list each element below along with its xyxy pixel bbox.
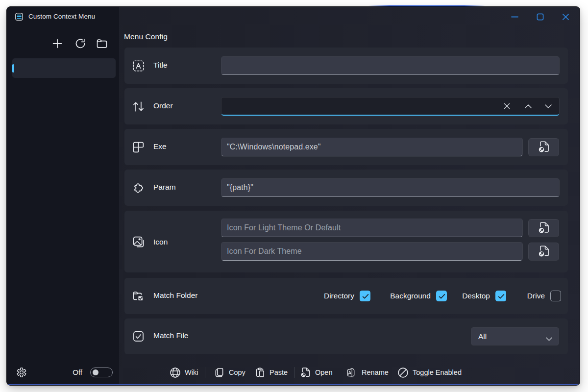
toggle-knob: [93, 369, 98, 375]
rename-button[interactable]: Rename: [347, 365, 389, 380]
param-input[interactable]: [221, 178, 560, 197]
row-label: Icon: [153, 238, 168, 246]
desktop: Custom Context Menu: [0, 0, 588, 392]
page-title: Menu Config: [124, 32, 168, 41]
copy-icon: [214, 368, 224, 378]
puzzle-icon: [133, 182, 144, 194]
open-file-icon: [300, 368, 311, 378]
action-toolbar: Wiki Copy Paste: [119, 361, 580, 384]
icon-dark-input[interactable]: [221, 242, 523, 261]
paste-button[interactable]: Paste: [255, 365, 288, 380]
app-window-icon: [133, 142, 144, 153]
clear-button[interactable]: [497, 98, 516, 114]
checkbox-label: Drive: [527, 292, 545, 300]
decrement-button[interactable]: [539, 98, 558, 114]
checkbox-label: Directory: [324, 292, 354, 300]
toolbar-button-label: Paste: [270, 368, 288, 376]
exe-row: Exe: [124, 129, 568, 165]
wiki-button[interactable]: Wiki: [170, 365, 198, 380]
refresh-icon: [75, 38, 86, 49]
app-window: Custom Context Menu: [6, 6, 580, 386]
copy-button[interactable]: Copy: [214, 365, 245, 380]
title-row: Title: [124, 48, 568, 84]
row-label: Param: [153, 183, 176, 192]
toolbar-button-label: Rename: [362, 368, 389, 376]
app-logo-icon: [15, 13, 23, 21]
directory-checkbox[interactable]: [360, 291, 370, 301]
chevron-down-icon: [545, 104, 552, 108]
open-folder-button[interactable]: [97, 38, 107, 49]
toggle-enabled-button[interactable]: Toggle Enabled: [398, 365, 462, 380]
settings-button[interactable]: [17, 368, 26, 377]
match-file-dropdown[interactable]: All: [471, 327, 559, 345]
chevron-down-icon: [546, 334, 552, 343]
open-file-icon: [538, 222, 550, 234]
enabled-toggle[interactable]: [90, 368, 113, 377]
directory-checkbox-group: Directory: [324, 291, 370, 301]
add-icon: [52, 38, 63, 49]
open-folder-icon: [97, 38, 107, 49]
maximize-icon: [537, 13, 544, 21]
add-button[interactable]: [52, 38, 63, 49]
sidebar: Custom Context Menu: [7, 7, 119, 385]
globe-icon: [170, 368, 180, 378]
rename-box-icon: [133, 60, 144, 72]
block-icon: [398, 368, 408, 378]
toolbar-divider: [294, 367, 295, 378]
window-title: Custom Context Menu: [28, 13, 95, 21]
icon-row: Icon: [124, 211, 568, 272]
open-button[interactable]: Open: [300, 365, 332, 380]
row-label: Title: [153, 61, 168, 70]
match-file-row: Match File All: [124, 318, 568, 354]
param-row: Param: [124, 170, 568, 206]
check-icon: [361, 292, 370, 301]
clear-icon: [504, 103, 510, 109]
enabled-toggle-label: Off: [65, 368, 82, 376]
dropdown-value: All: [478, 332, 487, 341]
paste-icon: [255, 368, 265, 378]
toolbar-button-label: Toggle Enabled: [413, 368, 462, 376]
row-label: Order: [153, 101, 173, 110]
rename-icon: [347, 368, 357, 378]
folder-check-icon: [133, 291, 144, 302]
close-icon: [562, 13, 569, 21]
minimize-button[interactable]: [503, 9, 526, 24]
exe-input[interactable]: [221, 138, 523, 156]
minimize-icon: [511, 13, 518, 21]
close-button[interactable]: [554, 9, 577, 24]
gear-icon: [17, 368, 26, 377]
title-input[interactable]: [221, 56, 560, 75]
toolbar-button-label: Copy: [229, 368, 245, 376]
background-checkbox[interactable]: [436, 291, 447, 301]
sidebar-toolbar: [7, 38, 119, 49]
row-label: Match Folder: [153, 291, 197, 300]
browse-dark-icon-button[interactable]: [528, 243, 559, 261]
desktop-checkbox[interactable]: [495, 291, 506, 301]
open-file-icon: [538, 141, 550, 153]
check-icon: [497, 292, 506, 301]
check-icon: [438, 292, 446, 301]
browse-exe-button[interactable]: [528, 138, 559, 156]
toolbar-divider: [205, 367, 205, 378]
background-checkbox-group: Background: [390, 291, 447, 301]
increment-button[interactable]: [518, 98, 538, 114]
icon-light-input[interactable]: [221, 219, 523, 237]
window-controls: [462, 7, 580, 26]
match-folder-row: Match Folder Directory Background: [124, 278, 568, 314]
drive-checkbox-group: Drive: [527, 291, 561, 301]
selection-indicator: [12, 64, 14, 73]
order-row: Order: [124, 88, 568, 124]
checkbox-icon: [133, 331, 144, 342]
desktop-checkbox-group: Desktop: [462, 291, 506, 301]
image-icon: [133, 236, 144, 247]
menu-list-item[interactable]: [12, 58, 116, 78]
refresh-button[interactable]: [75, 38, 86, 49]
window-bottom-edge: [7, 384, 580, 386]
open-file-icon: [538, 245, 550, 257]
checkbox-label: Desktop: [462, 292, 490, 300]
chevron-up-icon: [525, 104, 532, 108]
maximize-button[interactable]: [529, 9, 551, 24]
browse-light-icon-button[interactable]: [528, 219, 559, 237]
drive-checkbox[interactable]: [550, 291, 561, 301]
sort-arrows-icon: [133, 101, 144, 112]
